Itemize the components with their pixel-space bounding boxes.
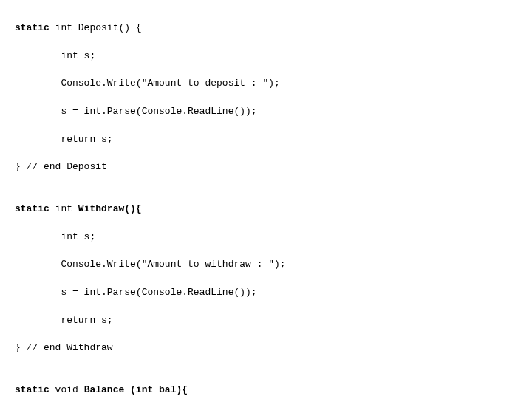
code-block: static int Deposit() { int s; Console.Wr… — [15, 7, 517, 399]
code-line: return s; — [15, 314, 517, 328]
code-line: } // end Deposit — [15, 160, 517, 174]
keyword-static: static — [15, 203, 50, 214]
code-line: Console.Write("Amount to deposit : "); — [15, 77, 517, 91]
code-line: int s; — [15, 231, 517, 245]
code-line: static int Withdraw(){ — [15, 202, 517, 216]
code-line: s = int.Parse(Console.ReadLine()); — [15, 286, 517, 300]
code-line: } // end Withdraw — [15, 341, 517, 355]
method-name: Withdraw(){ — [78, 203, 142, 214]
code-line: return s; — [15, 133, 517, 147]
code-text: void — [50, 384, 84, 395]
code-text: int Deposit() { — [50, 22, 142, 33]
code-line: Console.Write("Amount to withdraw : "); — [15, 258, 517, 272]
code-line: s = int.Parse(Console.ReadLine()); — [15, 105, 517, 119]
code-line: static void Balance (int bal){ — [15, 383, 517, 398]
code-line: int s; — [15, 50, 517, 64]
code-line: static int Deposit() { — [15, 21, 517, 35]
keyword-static: static — [15, 384, 50, 395]
method-name: Balance (int bal){ — [84, 384, 188, 395]
keyword-static: static — [15, 22, 50, 33]
code-text: int — [50, 203, 78, 214]
